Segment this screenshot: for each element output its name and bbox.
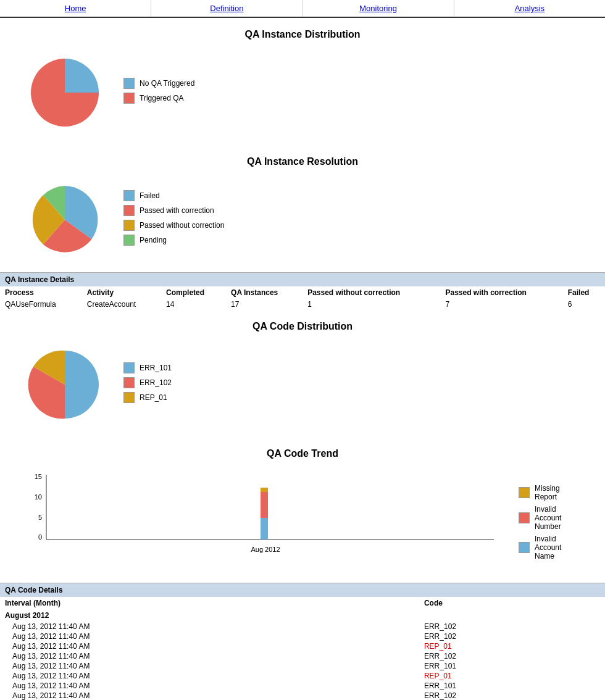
qa-code-trend-section: QA Code Trend 15 10 5 0 Aug 2012 bbox=[0, 437, 605, 583]
legend-rep01: REP_01 bbox=[123, 392, 172, 403]
svg-rect-8 bbox=[261, 492, 268, 518]
legend-triggered-qa: Triggered QA bbox=[123, 93, 194, 104]
legend-invalid-account-name-color bbox=[519, 542, 530, 553]
svg-text:5: 5 bbox=[38, 514, 42, 521]
legend-triggered-qa-color bbox=[123, 93, 135, 104]
qa-instance-distribution-section: QA Instance Distribution No QA Triggered… bbox=[0, 18, 605, 145]
col-passed-without: Passed without correction bbox=[302, 286, 440, 299]
legend-no-qa-color bbox=[123, 78, 135, 89]
qa-code-distribution-legend: ERR_101 ERR_102 REP_01 bbox=[123, 362, 172, 407]
svg-text:Aug 2012: Aug 2012 bbox=[251, 546, 280, 553]
legend-rep01-color bbox=[123, 392, 135, 403]
legend-err101-label: ERR_101 bbox=[140, 364, 172, 372]
qa-instance-resolution-chart-area: Failed Passed with correction Passed wit… bbox=[0, 173, 605, 272]
table-row: Aug 13, 2012 11:40 AMERR_102 bbox=[0, 631, 605, 641]
legend-triggered-qa-label: Triggered QA bbox=[140, 94, 184, 102]
qa-instance-distribution-chart-area: No QA Triggered Triggered QA bbox=[0, 46, 605, 145]
legend-missing-report: Missing Report bbox=[519, 484, 580, 501]
svg-rect-9 bbox=[261, 488, 268, 492]
svg-rect-7 bbox=[261, 518, 268, 540]
qa-instance-distribution-legend: No QA Triggered Triggered QA bbox=[123, 78, 194, 107]
table-row: Aug 13, 2012 11:40 AMERR_102 bbox=[0, 622, 605, 631]
table-row: Aug 13, 2012 11:40 AMERR_102 bbox=[0, 651, 605, 661]
cell-code: ERR_102 bbox=[419, 651, 605, 661]
cell-completed: 14 bbox=[161, 299, 226, 310]
col-qa-instances: QA Instances bbox=[226, 286, 302, 299]
cell-timestamp: Aug 13, 2012 11:40 AM bbox=[0, 651, 419, 661]
cell-code: ERR_102 bbox=[419, 622, 605, 631]
nav-home[interactable]: Home bbox=[0, 0, 151, 17]
qa-code-details-table: Interval (Month) Code August 2012 Aug 13… bbox=[0, 597, 605, 700]
cell-code: ERR_101 bbox=[419, 661, 605, 671]
cell-qa-instances: 17 bbox=[226, 299, 302, 310]
cell-passed-without: 1 bbox=[302, 299, 440, 310]
cell-timestamp: Aug 13, 2012 11:40 AM bbox=[0, 641, 419, 651]
cell-code: REP_01 bbox=[419, 641, 605, 651]
cell-code: REP_01 bbox=[419, 671, 605, 681]
qa-code-details-section: QA Code Details Interval (Month) Code Au… bbox=[0, 583, 605, 700]
cell-timestamp: Aug 13, 2012 11:40 AM bbox=[0, 681, 419, 691]
legend-passed-with: Passed with correction bbox=[123, 205, 224, 216]
qa-code-distribution-pie bbox=[25, 344, 105, 425]
legend-no-qa-label: No QA Triggered bbox=[140, 79, 194, 88]
table-row: Aug 13, 2012 11:40 AMREP_01 bbox=[0, 671, 605, 681]
cell-failed: 6 bbox=[563, 299, 605, 310]
legend-invalid-account-number-color bbox=[519, 512, 530, 523]
qa-instance-distribution-pie bbox=[25, 52, 105, 133]
navigation: Home Definition Monitoring Analysis bbox=[0, 0, 605, 18]
cell-timestamp: Aug 13, 2012 11:40 AM bbox=[0, 691, 419, 700]
legend-failed-label: Failed bbox=[140, 191, 160, 200]
legend-no-qa: No QA Triggered bbox=[123, 78, 194, 89]
qa-instance-resolution-legend: Failed Passed with correction Passed wit… bbox=[123, 190, 224, 249]
qa-instance-details-header: QA Instance Details bbox=[0, 272, 605, 286]
legend-err102-color bbox=[123, 377, 135, 388]
svg-text:15: 15 bbox=[35, 473, 42, 480]
legend-passed-without: Passed without correction bbox=[123, 220, 224, 231]
group-header-row: August 2012 bbox=[0, 609, 605, 622]
col-failed: Failed bbox=[563, 286, 605, 299]
col-interval: Interval (Month) bbox=[0, 597, 419, 609]
table-row: Aug 13, 2012 11:40 AMERR_101 bbox=[0, 681, 605, 691]
legend-passed-with-color bbox=[123, 205, 135, 216]
legend-pending: Pending bbox=[123, 235, 224, 246]
col-passed-with: Passed with correction bbox=[441, 286, 563, 299]
qa-code-details-header: QA Code Details bbox=[0, 583, 605, 597]
legend-failed: Failed bbox=[123, 190, 224, 201]
legend-passed-without-label: Passed without correction bbox=[140, 221, 224, 230]
legend-passed-without-color bbox=[123, 220, 135, 231]
cell-code: ERR_102 bbox=[419, 691, 605, 700]
qa-instance-distribution-title: QA Instance Distribution bbox=[0, 18, 605, 46]
cell-timestamp: Aug 13, 2012 11:40 AM bbox=[0, 661, 419, 671]
legend-missing-report-color bbox=[519, 487, 530, 498]
qa-instance-details-section: QA Instance Details Process Activity Com… bbox=[0, 272, 605, 310]
legend-missing-report-label: Missing Report bbox=[535, 484, 580, 501]
col-process: Process bbox=[0, 286, 82, 299]
svg-text:10: 10 bbox=[35, 493, 42, 501]
group-header-august: August 2012 bbox=[0, 609, 605, 622]
qa-code-distribution-title: QA Code Distribution bbox=[0, 310, 605, 338]
qa-code-trend-chart-container: 15 10 5 0 Aug 2012 bbox=[0, 465, 605, 583]
qa-instance-resolution-section: QA Instance Resolution bbox=[0, 145, 605, 272]
legend-pending-label: Pending bbox=[140, 236, 167, 244]
legend-err101-color bbox=[123, 362, 135, 373]
col-activity: Activity bbox=[82, 286, 161, 299]
cell-process: QAUseFormula bbox=[0, 299, 82, 310]
col-code: Code bbox=[419, 597, 605, 609]
table-row: Aug 13, 2012 11:40 AMERR_102 bbox=[0, 691, 605, 700]
legend-err102-label: ERR_102 bbox=[140, 378, 172, 387]
nav-analysis[interactable]: Analysis bbox=[454, 0, 605, 17]
qa-code-distribution-chart-area: ERR_101 ERR_102 REP_01 bbox=[0, 338, 605, 437]
legend-invalid-account-name-label: Invalid Account Name bbox=[535, 535, 580, 560]
cell-code: ERR_101 bbox=[419, 681, 605, 691]
legend-passed-with-label: Passed with correction bbox=[140, 206, 214, 215]
legend-err101: ERR_101 bbox=[123, 362, 172, 373]
qa-code-trend-title: QA Code Trend bbox=[0, 437, 605, 465]
cell-passed-with: 7 bbox=[441, 299, 563, 310]
cell-activity: CreateAccount bbox=[82, 299, 161, 310]
cell-code: ERR_102 bbox=[419, 631, 605, 641]
legend-failed-color bbox=[123, 190, 135, 201]
cell-timestamp: Aug 13, 2012 11:40 AM bbox=[0, 631, 419, 641]
nav-definition[interactable]: Definition bbox=[151, 0, 302, 17]
qa-code-distribution-section: QA Code Distribution ERR_101 ERR_102 bbox=[0, 310, 605, 437]
nav-monitoring[interactable]: Monitoring bbox=[303, 0, 454, 17]
